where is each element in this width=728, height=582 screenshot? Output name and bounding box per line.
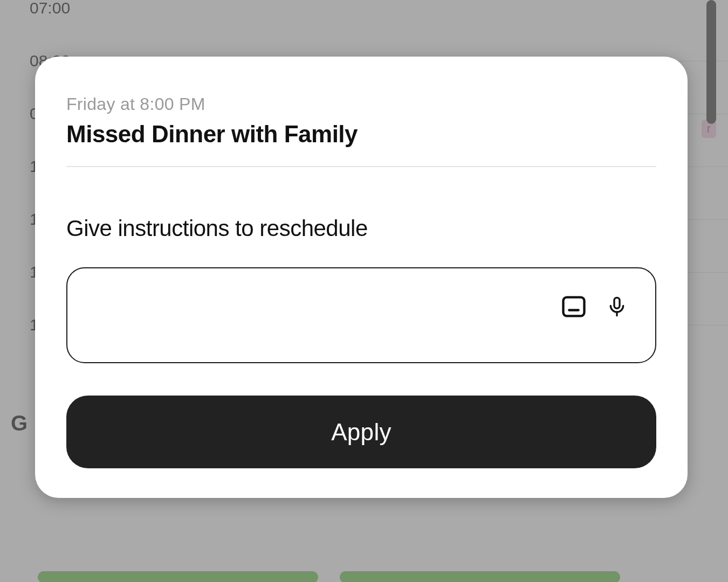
keyboard-icon[interactable]	[559, 292, 588, 321]
reschedule-modal: Friday at 8:00 PM Missed Dinner with Fam…	[35, 57, 688, 498]
input-icon-row	[559, 292, 631, 321]
event-datetime: Friday at 8:00 PM	[66, 94, 656, 114]
instructions-input-container	[66, 267, 656, 363]
svg-rect-2	[614, 297, 620, 308]
apply-button[interactable]: Apply	[66, 396, 656, 468]
microphone-icon[interactable]	[602, 292, 631, 321]
instructions-label: Give instructions to reschedule	[66, 216, 656, 241]
event-title: Missed Dinner with Family	[66, 121, 656, 148]
svg-rect-0	[564, 297, 585, 316]
divider	[66, 166, 656, 167]
instructions-input[interactable]	[87, 283, 580, 347]
